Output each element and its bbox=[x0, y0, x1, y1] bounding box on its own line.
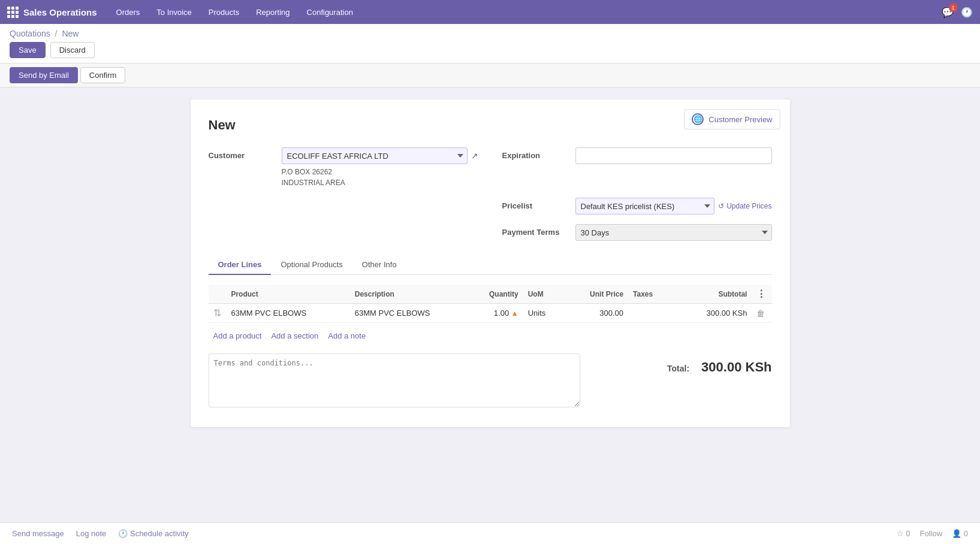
nav-orders[interactable]: Orders bbox=[109, 4, 147, 20]
form-card: 🌐 Customer Preview New Customer ECOLIFF … bbox=[191, 99, 790, 427]
top-nav: Sales Operations Orders To Invoice Produ… bbox=[0, 0, 980, 24]
cell-uom[interactable]: Units bbox=[523, 304, 573, 323]
action-bar: Send by Email Confirm bbox=[0, 64, 980, 87]
customer-group: Customer ECOLIFF EAST AFRICA LTD ↗ P.O B… bbox=[209, 147, 478, 188]
warning-icon: ▲ bbox=[511, 309, 518, 318]
customer-address: P.O BOX 26262 INDUSTRIAL AREA bbox=[282, 167, 478, 188]
customer-field-wrap: ECOLIFF EAST AFRICA LTD ↗ P.O BOX 26262 … bbox=[282, 147, 478, 188]
add-note-link[interactable]: Add a note bbox=[328, 331, 366, 340]
col-header-actions: ⋮ bbox=[752, 285, 771, 304]
nav-configuration[interactable]: Configuration bbox=[300, 4, 360, 20]
totals-section: Total: 300.00 KSh bbox=[592, 353, 772, 409]
order-table: Product Description Quantity UoM Unit Pr… bbox=[209, 285, 772, 323]
add-section-link[interactable]: Add a section bbox=[271, 331, 318, 340]
confirm-button[interactable]: Confirm bbox=[80, 67, 126, 83]
terms-textarea[interactable] bbox=[209, 353, 580, 407]
expiration-label: Expiration bbox=[502, 147, 568, 160]
col-header-unit-price: Unit Price bbox=[572, 285, 628, 304]
customer-label: Customer bbox=[209, 147, 275, 160]
nav-icons: 💬 1 🕐 bbox=[942, 7, 973, 18]
discard-button[interactable]: Discard bbox=[50, 42, 95, 58]
tab-optional-products[interactable]: Optional Products bbox=[271, 255, 352, 275]
nav-products[interactable]: Products bbox=[201, 4, 246, 20]
expiration-input[interactable] bbox=[575, 147, 772, 164]
more-columns-icon[interactable]: ⋮ bbox=[756, 289, 766, 299]
form-grid: Customer ECOLIFF EAST AFRICA LTD ↗ P.O B… bbox=[209, 147, 772, 241]
breadcrumb-current: New bbox=[62, 29, 79, 38]
cell-quantity[interactable]: 1.00 ▲ bbox=[474, 304, 523, 323]
customer-preview-label: Customer Preview bbox=[708, 115, 772, 124]
pricelist-group: Pricelist Default KES pricelist (KES) ↺ … bbox=[502, 198, 772, 214]
total-row: Total: 300.00 KSh bbox=[667, 359, 771, 375]
form-footer: Total: 300.00 KSh bbox=[209, 353, 772, 409]
breadcrumb-sep: / bbox=[55, 29, 58, 38]
cell-description[interactable]: 63MM PVC ELBOWS bbox=[350, 304, 474, 323]
cell-taxes[interactable] bbox=[628, 304, 690, 323]
save-button[interactable]: Save bbox=[10, 42, 46, 58]
grid-icon[interactable] bbox=[7, 7, 19, 18]
pricelist-select[interactable]: Default KES pricelist (KES) bbox=[575, 198, 715, 214]
send-email-button[interactable]: Send by Email bbox=[10, 67, 78, 83]
nav-menu: Orders To Invoice Products Reporting Con… bbox=[109, 4, 930, 20]
add-product-link[interactable]: Add a product bbox=[213, 331, 262, 340]
breadcrumb-parent[interactable]: Quotations bbox=[10, 29, 50, 38]
col-header-product: Product bbox=[226, 285, 349, 304]
update-prices-button[interactable]: ↺ Update Prices bbox=[718, 202, 771, 210]
main-content: 🌐 Customer Preview New Customer ECOLIFF … bbox=[0, 87, 980, 439]
expiration-group: Expiration bbox=[502, 147, 772, 188]
add-links: Add a product Add a section Add a note bbox=[209, 328, 772, 344]
customer-select[interactable]: ECOLIFF EAST AFRICA LTD bbox=[282, 147, 468, 164]
cell-product[interactable]: 63MM PVC ELBOWS bbox=[226, 304, 349, 323]
total-value: 300.00 KSh bbox=[701, 359, 771, 375]
header-btn-row: Save Discard bbox=[10, 42, 970, 58]
app-name: Sales Operations bbox=[23, 7, 97, 17]
col-header-qty: Quantity bbox=[474, 285, 523, 304]
breadcrumb: Quotations / New bbox=[10, 29, 970, 38]
delete-row-icon[interactable]: 🗑 bbox=[756, 309, 765, 318]
app-title: Sales Operations bbox=[7, 7, 97, 18]
total-label: Total: bbox=[667, 364, 689, 373]
cell-subtotal: 300.00 KSh bbox=[690, 304, 752, 323]
customer-input-row: ECOLIFF EAST AFRICA LTD ↗ bbox=[282, 147, 478, 164]
tab-other-info[interactable]: Other Info bbox=[352, 255, 406, 275]
globe-icon: 🌐 bbox=[692, 113, 704, 125]
pricelist-label: Pricelist bbox=[502, 198, 568, 210]
col-header-description: Description bbox=[350, 285, 474, 304]
external-link-icon[interactable]: ↗ bbox=[471, 151, 478, 161]
tabs: Order Lines Optional Products Other Info bbox=[209, 255, 772, 275]
terms-section bbox=[209, 353, 580, 409]
customer-preview-button[interactable]: 🌐 Customer Preview bbox=[684, 109, 780, 129]
table-row: ⇅ 63MM PVC ELBOWS 63MM PVC ELBOWS 1.00 ▲… bbox=[209, 304, 772, 323]
nav-to-invoice[interactable]: To Invoice bbox=[149, 4, 199, 20]
payment-terms-group: Payment Terms 30 Days bbox=[502, 224, 772, 241]
cell-unit-price[interactable]: 300.00 bbox=[572, 304, 628, 323]
col-header-uom: UoM bbox=[523, 285, 573, 304]
page-header: Quotations / New Save Discard bbox=[0, 24, 980, 64]
pricelist-row: Default KES pricelist (KES) ↺ Update Pri… bbox=[575, 198, 772, 214]
drag-handle[interactable]: ⇅ bbox=[213, 308, 221, 318]
refresh-icon: ↺ bbox=[718, 202, 724, 210]
payment-terms-select[interactable]: 30 Days bbox=[575, 224, 772, 241]
messages-icon[interactable]: 💬 1 bbox=[942, 7, 954, 18]
address-line2: INDUSTRIAL AREA bbox=[282, 177, 478, 188]
clock-icon[interactable]: 🕐 bbox=[961, 7, 973, 18]
address-line1: P.O BOX 26262 bbox=[282, 167, 478, 177]
update-prices-label: Update Prices bbox=[726, 202, 771, 210]
payment-terms-label: Payment Terms bbox=[502, 224, 568, 237]
message-badge: 1 bbox=[949, 4, 957, 12]
nav-reporting[interactable]: Reporting bbox=[249, 4, 297, 20]
col-header-taxes: Taxes bbox=[628, 285, 690, 304]
tab-order-lines[interactable]: Order Lines bbox=[209, 255, 272, 275]
col-header-subtotal: Subtotal bbox=[690, 285, 752, 304]
